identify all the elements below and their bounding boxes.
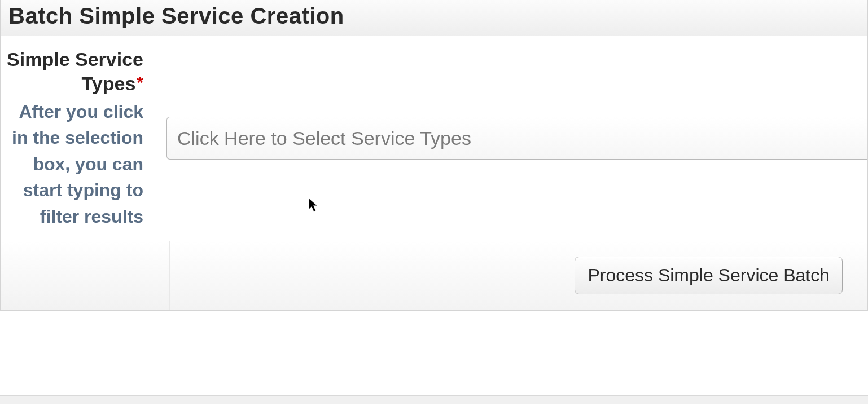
panel-header: Batch Simple Service Creation bbox=[1, 0, 867, 36]
action-button-area: Process Simple Service Batch bbox=[170, 241, 867, 310]
action-row-spacer bbox=[1, 241, 170, 310]
footer-strip bbox=[0, 395, 868, 404]
input-column: Click Here to Select Service Types bbox=[154, 36, 867, 241]
field-label-text: Simple Service Types bbox=[7, 48, 143, 94]
process-batch-button[interactable]: Process Simple Service Batch bbox=[575, 257, 843, 294]
batch-service-panel: Batch Simple Service Creation Simple Ser… bbox=[0, 0, 868, 311]
page-title: Batch Simple Service Creation bbox=[8, 3, 860, 29]
field-label: Simple Service Types* bbox=[4, 47, 143, 95]
field-hint: After you click in the selection box, yo… bbox=[4, 99, 143, 229]
action-row: Process Simple Service Batch bbox=[1, 241, 867, 310]
service-types-row: Simple Service Types* After you click in… bbox=[1, 36, 867, 241]
required-marker: * bbox=[137, 73, 143, 91]
label-column: Simple Service Types* After you click in… bbox=[1, 36, 154, 241]
service-types-select[interactable]: Click Here to Select Service Types bbox=[166, 117, 867, 160]
